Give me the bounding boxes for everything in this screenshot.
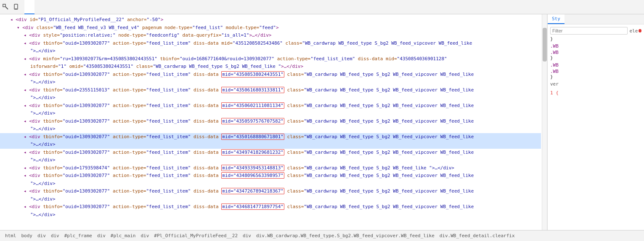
vertical-scrollbar[interactable]	[542, 14, 547, 230]
breadcrumb-item[interactable]: div	[95, 233, 107, 239]
right-panel-content: ele } .WB .WB } .WB .WB }	[548, 24, 644, 230]
dom-line-line14[interactable]: ◂ <div tbinfo="ouid=1309302077" action-t…	[0, 187, 541, 195]
tab-sources[interactable]	[45, 0, 55, 14]
dom-line-line14b[interactable]: ">…</div>	[0, 195, 541, 204]
tab-adblock[interactable]	[115, 0, 125, 14]
dom-line-line11b[interactable]: ">…</div>	[0, 156, 541, 164]
dom-line-line5b[interactable]: isforward="1" omid="4350853802443551" cl…	[0, 63, 541, 71]
tab-security[interactable]	[95, 0, 105, 14]
dom-line-line8b[interactable]: ">…</div>	[0, 110, 541, 118]
right-tab-styles[interactable]: Sty	[548, 14, 564, 24]
dom-line-line3[interactable]: ◂ <div style="position:relative;" node-t…	[0, 32, 541, 40]
tab-elements[interactable]	[24, 0, 34, 14]
right-panel-tabs: Sty	[548, 14, 644, 24]
tab-memory[interactable]	[75, 0, 85, 14]
tab-application[interactable]	[85, 0, 95, 14]
breadcrumb-item[interactable]: div	[139, 233, 151, 239]
breadcrumb-item[interactable]: div	[241, 233, 253, 239]
dom-line-line9[interactable]: ◂ <div tbinfo="ouid=1309302077" action-t…	[0, 118, 541, 126]
tab-audits[interactable]	[105, 0, 115, 14]
breadcrumb-item[interactable]: div	[36, 233, 48, 239]
dom-content: ◂ <div id="P1_Official_MyProfileFeed__22…	[0, 16, 547, 219]
dom-panel[interactable]: ◂ <div id="P1_Official_MyProfileFeed__22…	[0, 14, 547, 230]
tab-network[interactable]	[55, 0, 65, 14]
dom-line-line13b[interactable]: ">…</div>	[0, 180, 541, 188]
breadcrumb-item[interactable]: html	[3, 233, 18, 239]
breadcrumb-item[interactable]: div.WB_cardwrap.WB_feed_type.S_bg2.WB_fe…	[254, 233, 436, 239]
dom-line-line10[interactable]: ◂ <div tbinfo="ouid=1309302077" action-t…	[0, 133, 541, 141]
color-dot	[639, 29, 641, 32]
breadcrumb-item[interactable]: body	[20, 233, 34, 239]
dom-line-line15[interactable]: ◂ <div tbinfo="ouid=1309302077" action-t…	[0, 203, 541, 211]
dom-line-line12[interactable]: ◂ <div tbinfo="ouid=1793598474" action-t…	[0, 164, 541, 172]
breadcrumb-item[interactable]: div	[49, 233, 61, 239]
dom-line-line13[interactable]: ◂ <div tbinfo="ouid=1309302077" action-t…	[0, 172, 541, 180]
dom-line-line11[interactable]: ◂ <div tbinfo="ouid=1309302077" action-t…	[0, 149, 541, 157]
devtools-tab-bar	[0, 0, 644, 14]
dom-line-line4b[interactable]: ">…</div>	[0, 47, 541, 55]
breadcrumb-bar: html body div div #plc_frame div #plc_ma…	[0, 230, 644, 241]
breadcrumb-item[interactable]: #Pl_Official_MyProfileFeed__22	[152, 233, 239, 239]
dom-line-line7[interactable]: ◂ <div tbinfo="ouid=2355115013" action-t…	[0, 86, 541, 94]
styles-content: } .WB .WB } .WB .WB } ver 1 {	[550, 36, 641, 96]
scrollbar-thumb[interactable]	[543, 28, 547, 62]
dom-line-line8[interactable]: ◂ <div tbinfo="ouid=1309302077" action-t…	[0, 102, 541, 110]
dom-line-line10b[interactable]: ">…</div>	[0, 141, 541, 149]
tab-console[interactable]	[34, 0, 45, 14]
main-area: ◂ <div id="P1_Official_MyProfileFeed__22…	[0, 14, 644, 230]
breadcrumb-item[interactable]: div.WB_feed_detail.clearfix	[438, 233, 517, 239]
dom-line-line2[interactable]: ▾ <div class="WB_feed WB_feed_v3 WB_feed…	[0, 24, 541, 32]
dom-line-line5[interactable]: ◂ <div minfo="ru=1309302077&rm=435085380…	[0, 55, 541, 63]
device-toolbar-icon[interactable]	[13, 3, 21, 11]
right-panel: Sty ele } .WB .WB } .WB	[547, 14, 644, 230]
dom-line-line9b[interactable]: ">…</div>	[0, 125, 541, 133]
dom-line-line7b[interactable]: ">…</div>	[0, 94, 541, 102]
filter-row: ele	[550, 27, 641, 35]
tab-performance[interactable]	[65, 0, 75, 14]
svg-rect-3	[15, 8, 17, 9]
ele-label: ele	[629, 28, 638, 34]
breadcrumb-item[interactable]: #plc_main	[109, 233, 138, 239]
svg-line-1	[5, 7, 8, 9]
dom-line-line6[interactable]: ◂ <div tbinfo="ouid=1309302077" action-t…	[0, 71, 541, 79]
toolbar-icons	[2, 3, 21, 11]
breadcrumb-item[interactable]: #plc_frame	[63, 233, 94, 239]
inspect-icon[interactable]	[2, 3, 10, 11]
dom-line-line15b[interactable]: ">…</div>	[0, 211, 541, 219]
dom-line-line1[interactable]: ◂ <div id="P1_Official_MyProfileFeed__22…	[0, 16, 541, 24]
dom-line-line6b[interactable]: ">…</div>	[0, 78, 541, 86]
dom-line-line4[interactable]: ◂ <div tbinfo="ouid=1309302077" action-t…	[0, 40, 541, 48]
filter-input[interactable]	[550, 27, 628, 35]
svg-rect-0	[3, 4, 5, 7]
